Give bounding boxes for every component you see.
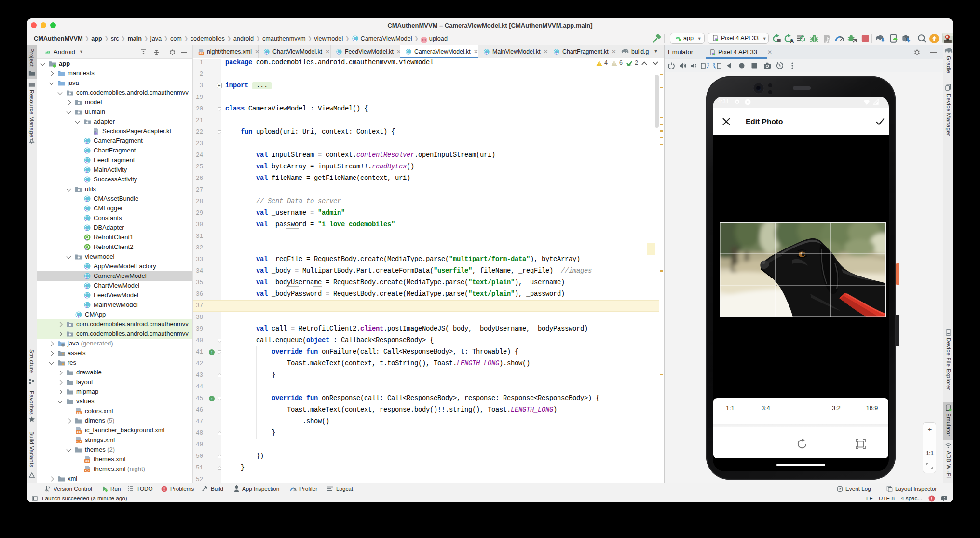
svg-text:A: A xyxy=(790,38,794,44)
